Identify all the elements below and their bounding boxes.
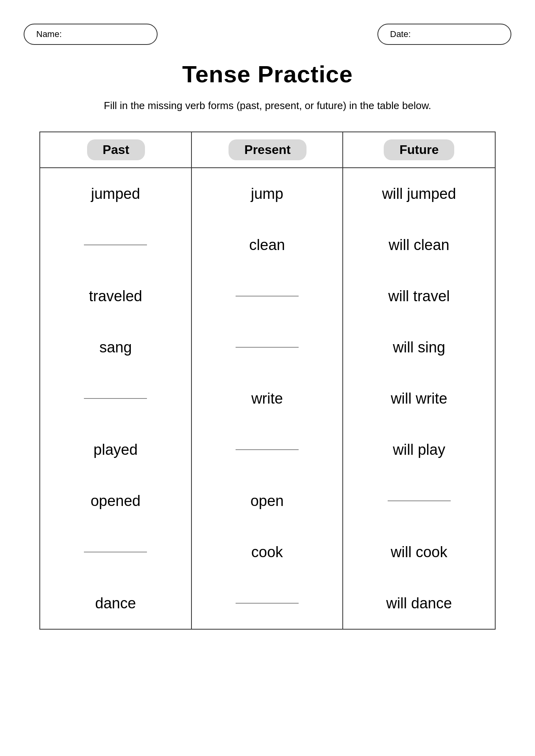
past-header: Past [40,132,192,167]
name-field: Name: [24,24,158,45]
past-column: jumpedtraveledsangplayedopeneddance [40,168,192,629]
cell-future-7: will cook [343,526,495,578]
cell-past-3: sang [40,322,191,373]
cell-present-7: cook [192,526,343,578]
cell-past-4 [40,373,191,424]
cell-future-1: will clean [343,219,495,271]
cell-past-7 [40,526,191,578]
cell-present-4: write [192,373,343,424]
name-label: Name: [36,29,62,39]
page-title: Tense Practice [24,61,511,88]
cell-present-1: clean [192,219,343,271]
table-header: Past Present Future [40,132,495,168]
date-label: Date: [390,29,411,39]
cell-present-8 [192,578,343,629]
cell-future-4: will write [343,373,495,424]
cell-present-6: open [192,475,343,526]
cell-past-0: jumped [40,168,191,219]
cell-future-2: will travel [343,271,495,322]
cell-future-3: will sing [343,322,495,373]
cell-past-5: played [40,424,191,475]
cell-past-6: opened [40,475,191,526]
table-body: jumpedtraveledsangplayedopeneddance jump… [40,168,495,629]
cell-future-5: will play [343,424,495,475]
cell-future-0: will jumped [343,168,495,219]
cell-past-2: traveled [40,271,191,322]
future-column: will jumpedwill cleanwill travelwill sin… [343,168,495,629]
date-field: Date: [377,24,511,45]
instructions-text: Fill in the missing verb forms (past, pr… [24,100,511,112]
cell-future-6 [343,475,495,526]
cell-past-8: dance [40,578,191,629]
cell-present-5 [192,424,343,475]
cell-past-1 [40,219,191,271]
cell-present-0: jump [192,168,343,219]
cell-present-2 [192,271,343,322]
cell-future-8: will dance [343,578,495,629]
future-header: Future [343,132,495,167]
cell-present-3 [192,322,343,373]
present-header: Present [192,132,344,167]
present-column: jumpcleanwriteopencook [192,168,344,629]
tense-table: Past Present Future jumpedtraveledsangpl… [39,132,496,630]
